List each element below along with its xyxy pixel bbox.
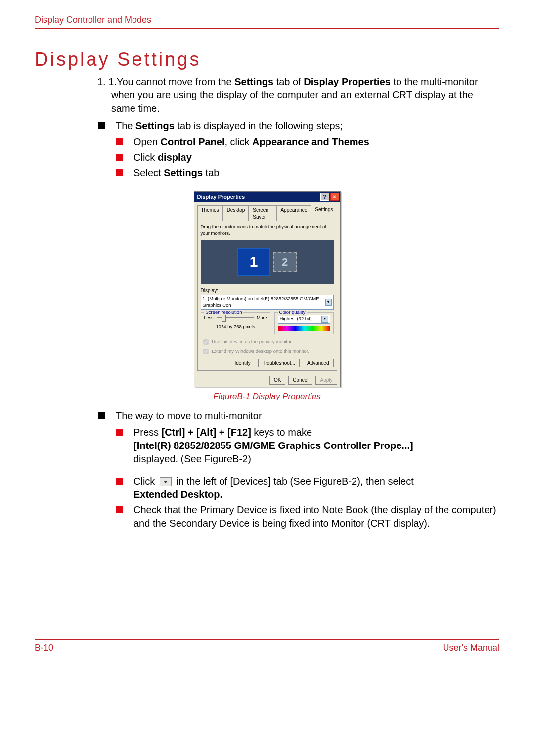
square-bullet-icon — [116, 429, 123, 436]
ok-button[interactable]: OK — [269, 376, 285, 385]
display-properties-window: Display Properties ? × Themes Desktop Sc… — [194, 191, 341, 387]
color-quality-value: Highest (32 bit) — [280, 316, 312, 322]
tab-strip: Themes Desktop Screen Saver Appearance S… — [194, 202, 340, 221]
resolution-slider[interactable] — [217, 317, 254, 318]
square-bullet-icon — [116, 506, 123, 513]
monitor-arrangement-area[interactable]: 1 2 — [201, 240, 334, 284]
section-title: Display Settings — [35, 49, 499, 70]
figure-caption: FigureB-1 Display Properties — [213, 391, 320, 402]
help-button[interactable]: ? — [320, 193, 329, 201]
footer-manual-label: User's Manual — [443, 643, 499, 653]
slider-more-label: More — [257, 315, 267, 321]
tab-settings[interactable]: Settings — [311, 205, 337, 221]
monitor-2-icon[interactable]: 2 — [273, 252, 297, 272]
tab-appearance[interactable]: Appearance — [276, 205, 311, 221]
close-button[interactable]: × — [330, 193, 339, 201]
monitor-1-icon[interactable]: 1 — [237, 248, 270, 276]
window-titlebar: Display Properties ? × — [194, 192, 340, 202]
square-bullet-icon — [98, 122, 105, 129]
extend-desktop-checkbox — [203, 349, 208, 354]
resolution-value: 1024 by 768 pixels — [204, 324, 267, 330]
display-dropdown[interactable]: 1. (Multiple Monitors) on Intel(R) 82852… — [201, 295, 334, 310]
sub-open-control-panel: Open Control Panel, click Appearance and… — [116, 135, 499, 149]
display-dropdown-value: 1. (Multiple Monitors) on Intel(R) 82852… — [203, 296, 326, 309]
chevron-down-icon: ▾ — [325, 299, 331, 306]
page-number: B-10 — [35, 643, 53, 653]
extend-desktop-checkbox-row: Extend my Windows desktop onto this moni… — [201, 347, 334, 356]
numbered-item-1: 1. 1.You cannot move from the Settings t… — [111, 75, 499, 115]
troubleshoot-button[interactable]: Troubleshoot... — [258, 359, 300, 368]
display-label: Display: — [201, 287, 334, 294]
sub-click-display: Click display — [116, 151, 499, 164]
color-quality-dropdown[interactable]: Highest (32 bit) ▾ — [278, 315, 330, 324]
slider-thumb[interactable] — [222, 315, 226, 322]
tab-desktop[interactable]: Desktop — [223, 205, 249, 221]
drag-hint-text: Drag the monitor icons to match the phys… — [201, 224, 334, 237]
tab-screensaver[interactable]: Screen Saver — [249, 205, 276, 221]
cancel-button[interactable]: Cancel — [288, 376, 312, 385]
tab-themes[interactable]: Themes — [197, 205, 223, 221]
footer-rule — [35, 639, 499, 640]
dropdown-icon — [160, 477, 172, 486]
color-preview-strip — [278, 326, 330, 331]
slider-less-label: Less — [204, 315, 214, 321]
color-quality-group: Color quality Highest (32 bit) ▾ — [274, 312, 334, 334]
header-rule — [35, 28, 499, 29]
advanced-button[interactable]: Advanced — [303, 359, 333, 368]
sub-select-settings: Select Settings tab — [116, 166, 499, 179]
chapter-header: Display Controller and Modes — [35, 15, 499, 25]
primary-monitor-checkbox-row: Use this device as the primary monitor. — [201, 337, 334, 347]
square-bullet-icon — [116, 478, 123, 485]
screen-resolution-group: Screen resolution Less More 1024 by 768 … — [201, 312, 270, 334]
square-bullet-icon — [116, 138, 123, 145]
item1-number: 1. — [97, 76, 106, 87]
primary-monitor-checkbox — [203, 339, 208, 344]
apply-button[interactable]: Apply — [315, 376, 337, 385]
identify-button[interactable]: Identify — [230, 359, 255, 368]
square-bullet-icon — [116, 154, 123, 161]
chevron-down-icon: ▾ — [321, 316, 328, 323]
color-group-title: Color quality — [278, 310, 307, 316]
sub-click-devices: Click in the left of [Devices] tab (See … — [116, 475, 499, 501]
sub-check-primary: Check that the Primary Device is fixed i… — [116, 503, 499, 530]
bullet-move-multi: The way to move to multi-monitor — [98, 409, 499, 423]
square-bullet-icon — [98, 412, 105, 419]
square-bullet-icon — [116, 169, 123, 176]
window-title: Display Properties — [197, 193, 319, 201]
bullet-settings-tab: The Settings tab is displayed in the fol… — [98, 119, 499, 133]
sub-press-keys: Press [Ctrl] + [Alt] + [F12] keys to mak… — [116, 426, 499, 466]
